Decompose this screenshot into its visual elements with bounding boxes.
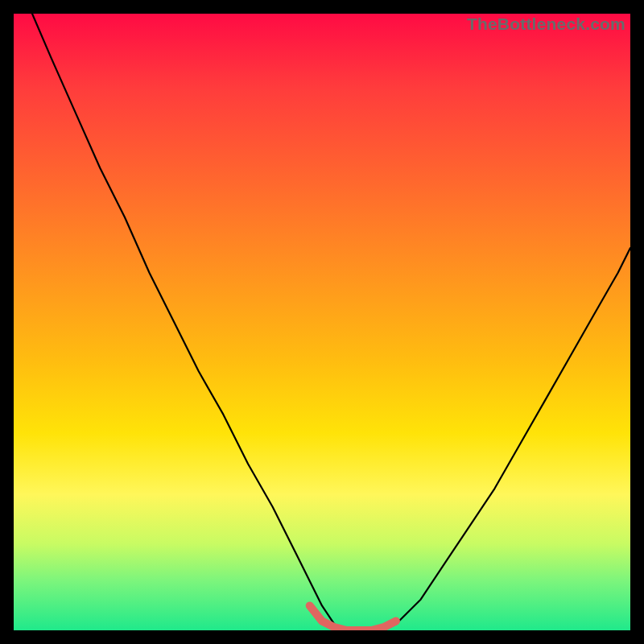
plot-area: TheBottleneck.com [14, 14, 630, 630]
chart-frame: TheBottleneck.com [0, 0, 644, 644]
bottleneck-curve-path [32, 14, 630, 630]
bottleneck-curve-svg [14, 14, 630, 630]
optimal-marker-path [310, 605, 396, 630]
